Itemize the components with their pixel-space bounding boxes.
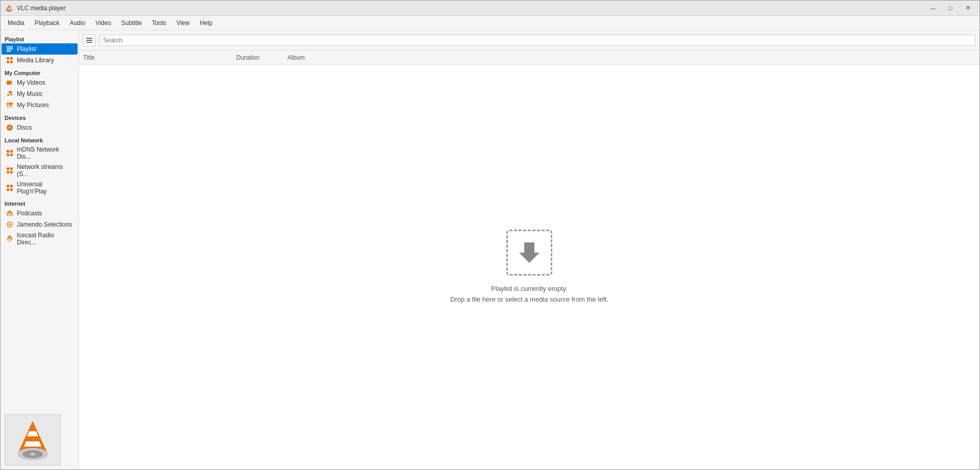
minimize-button[interactable]: — (925, 3, 941, 13)
sidebar-item-my-music[interactable]: My Music (2, 88, 78, 100)
empty-line1: Playlist is currently empty. (450, 284, 608, 294)
sidebar-item-media-library[interactable]: Media Library (2, 55, 78, 66)
sidebar-discs-label: Discs (17, 124, 32, 131)
svg-point-20 (9, 127, 10, 128)
svg-rect-27 (7, 171, 9, 174)
mdns-icon (6, 149, 14, 157)
sidebar-item-discs[interactable]: Discs (2, 122, 78, 133)
svg-rect-10 (10, 61, 13, 63)
svg-rect-7 (7, 57, 9, 60)
svg-text:VLC: VLC (8, 8, 14, 11)
sidebar-item-podcasts[interactable]: Podcasts (2, 208, 78, 219)
menu-playback[interactable]: Playback (30, 17, 65, 29)
search-box (100, 35, 975, 46)
window-controls: — □ ✕ (925, 3, 975, 13)
svg-rect-5 (7, 48, 13, 50)
svg-rect-23 (7, 154, 9, 156)
sidebar-playlist-label: Playlist (17, 45, 36, 53)
discs-icon (6, 123, 14, 132)
sidebar-item-upnp[interactable]: Universal Plug'n'Play (2, 179, 78, 196)
column-headers: Title Duration Album (79, 51, 979, 65)
svg-point-36 (9, 240, 11, 242)
menu-bar: Media Playback Audio Video Subtitle Tool… (1, 16, 979, 30)
menu-video[interactable]: Video (90, 17, 116, 29)
svg-point-35 (9, 224, 11, 226)
svg-rect-25 (7, 167, 9, 170)
svg-rect-30 (10, 185, 13, 187)
svg-rect-26 (10, 167, 13, 170)
svg-rect-6 (7, 51, 11, 52)
sidebar-icecast-label: Icecast Radio Direc... (17, 232, 74, 246)
menu-subtitle[interactable]: Subtitle (116, 17, 147, 29)
svg-rect-38 (86, 40, 92, 41)
sidebar-item-playlist[interactable]: Playlist (2, 43, 78, 55)
content-area: Playlist Playlist Media Library (1, 30, 979, 469)
svg-point-33 (9, 215, 11, 216)
sidebar-item-mdns[interactable]: mDNS Network Dis... (2, 144, 78, 162)
sidebar-upnp-label: Universal Plug'n'Play (17, 181, 74, 195)
playlist-toolbar (79, 30, 979, 51)
svg-point-46 (30, 453, 35, 455)
sidebar-my-pictures-label: My Pictures (17, 102, 49, 109)
menu-help[interactable]: Help (194, 17, 217, 29)
sidebar-item-my-videos[interactable]: My Videos (2, 77, 78, 88)
sidebar-my-videos-label: My Videos (17, 79, 45, 86)
svg-rect-28 (10, 171, 13, 174)
drop-icon (506, 230, 552, 276)
title-bar: VLC VLC media player — □ ✕ (1, 1, 979, 16)
empty-line2: Drop a file here or select a media sourc… (450, 294, 608, 305)
drop-text: Playlist is currently empty. Drop a file… (450, 284, 608, 305)
maximize-button[interactable]: □ (943, 3, 958, 13)
menu-view[interactable]: View (172, 17, 195, 29)
thumbnail-area (5, 414, 61, 465)
svg-rect-29 (7, 185, 9, 187)
menu-tools[interactable]: Tools (147, 17, 172, 29)
window-title: VLC media player (17, 5, 925, 12)
column-title: Title (83, 54, 236, 61)
main-window: VLC VLC media player — □ ✕ Media Playbac… (0, 0, 980, 470)
sidebar-network-streams-label: Network streams (S... (17, 163, 74, 178)
app-icon: VLC (5, 4, 14, 13)
svg-marker-40 (519, 242, 540, 263)
internet-section-label: Internet (1, 196, 79, 208)
playlist-section-label: Playlist (1, 32, 79, 43)
my-music-icon (6, 90, 14, 98)
close-button[interactable]: ✕ (960, 3, 975, 13)
svg-rect-24 (10, 154, 13, 156)
column-duration: Duration (236, 54, 287, 61)
sidebar-media-library-label: Media Library (17, 57, 54, 64)
my-pictures-icon (6, 101, 14, 109)
menu-audio[interactable]: Audio (64, 17, 90, 29)
my-videos-icon (6, 79, 14, 87)
svg-marker-43 (24, 441, 41, 447)
main-panel: Title Duration Album Playlist is current… (79, 30, 979, 469)
column-album: Album (287, 54, 975, 61)
drop-zone: Playlist is currently empty. Drop a file… (450, 230, 608, 305)
sidebar-podcasts-label: Podcasts (17, 210, 42, 217)
svg-rect-8 (10, 57, 13, 60)
sidebar-item-jamendo[interactable]: Jamendo Selections (2, 219, 78, 230)
icecast-icon (6, 235, 14, 243)
sidebar-item-icecast[interactable]: Icecast Radio Direc... (2, 230, 78, 248)
svg-marker-12 (11, 82, 13, 84)
media-library-icon (6, 56, 14, 64)
svg-rect-4 (7, 46, 13, 47)
devices-section-label: Devices (1, 111, 79, 122)
podcasts-icon (6, 209, 14, 217)
menu-media[interactable]: Media (3, 17, 30, 29)
playlist-icon (6, 45, 14, 53)
local-network-section-label: Local Network (1, 133, 79, 144)
sidebar-item-my-pictures[interactable]: My Pictures (2, 100, 78, 111)
svg-point-13 (7, 94, 9, 96)
view-toggle-button[interactable] (83, 34, 95, 46)
search-input[interactable] (100, 35, 975, 46)
my-computer-section-label: My Computer (1, 66, 79, 77)
sidebar-item-network-streams[interactable]: Network streams (S... (2, 162, 78, 179)
svg-rect-31 (7, 188, 9, 191)
playlist-content: Playlist is currently empty. Drop a file… (79, 65, 979, 469)
svg-rect-32 (10, 188, 13, 191)
svg-point-14 (10, 93, 12, 95)
svg-rect-39 (86, 42, 92, 43)
network-streams-icon (6, 166, 14, 175)
upnp-icon (6, 184, 14, 192)
